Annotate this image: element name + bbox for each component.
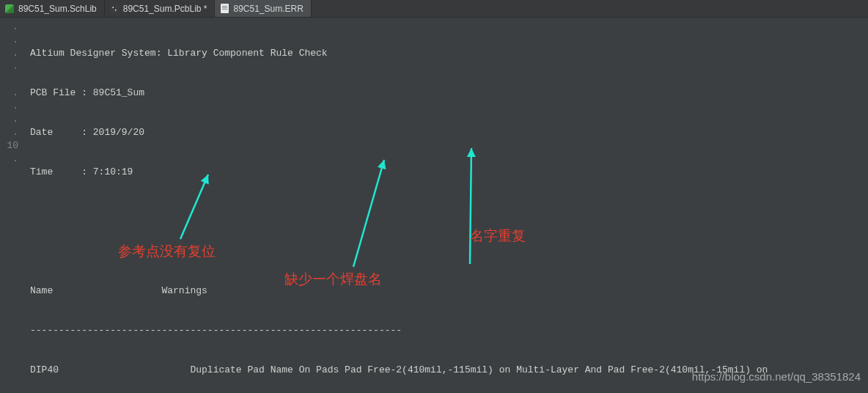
gutter-blank (0, 166, 18, 179)
text-content[interactable]: Altium Designer System: Library Componen… (24, 18, 868, 393)
row-name: DIP40 (30, 364, 59, 375)
report-header-line: Altium Designer System: Library Componen… (30, 47, 868, 60)
report-header-line: PCB File : 89C51_Sum (30, 87, 868, 100)
tab-pcblib[interactable]: 89C51_Sum.PcbLib * (105, 0, 216, 17)
row-warning: Duplicate Pad Name On Pads Pad Free-2(41… (190, 364, 773, 375)
gutter-blank (0, 192, 18, 205)
tab-label: 89C51_Sum.ERR (233, 4, 303, 14)
schlib-icon (4, 4, 15, 14)
gutter-dot: . (0, 21, 18, 34)
gutter-dot: . (0, 113, 18, 126)
gutter-dot: . (0, 126, 18, 139)
blank-line (30, 205, 868, 218)
column-headers: Name Warnings (30, 284, 868, 298)
gutter-blank (0, 179, 18, 192)
tab-schlib[interactable]: 89C51_Sum.SchLib (0, 0, 105, 17)
gutter-dot: . (0, 87, 18, 100)
pcblib-icon (109, 4, 119, 14)
line-gutter: . . . . . . . . 10 . (0, 18, 24, 393)
report-header-line: Date : 2019/9/20 (30, 126, 868, 139)
gutter-blank (0, 73, 18, 87)
gutter-dot: . (0, 60, 18, 73)
document-icon (219, 4, 229, 14)
editor-area: . . . . . . . . 10 . Altium Designer Sys… (0, 18, 868, 393)
tab-bar: 89C51_Sum.SchLib 89C51_Sum.PcbLib * 89C5… (0, 0, 868, 18)
gutter-line-number: 10 (0, 139, 18, 153)
watermark: https://blog.csdn.net/qq_38351824 (692, 370, 861, 383)
report-header-line: Time : 7:10:19 (30, 166, 868, 179)
separator-line: ----------------------------------------… (30, 324, 868, 337)
gutter-dot: . (0, 47, 18, 60)
gutter-dot: . (0, 34, 18, 47)
tab-label: 89C51_Sum.SchLib (18, 4, 97, 14)
gutter-dot: . (0, 100, 18, 113)
tab-err[interactable]: 89C51_Sum.ERR (215, 0, 311, 17)
gutter-dot: . (0, 153, 18, 166)
blank-line (30, 245, 868, 258)
tab-label: 89C51_Sum.PcbLib * (123, 4, 207, 14)
